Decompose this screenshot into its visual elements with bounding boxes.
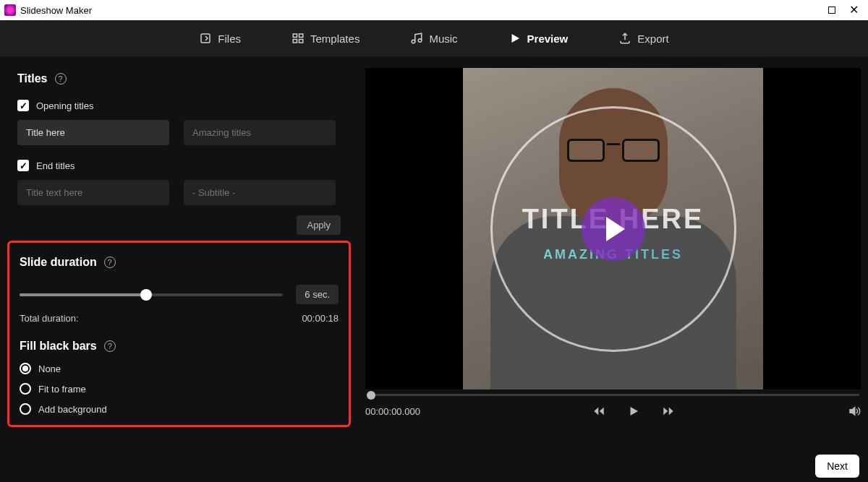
- next-button[interactable]: Next: [815, 455, 859, 478]
- nav-preview[interactable]: Preview: [509, 32, 569, 45]
- svg-rect-4: [299, 40, 303, 43]
- preview-area: TITLE HERE AMAZING TITLES 00:00:00.000 N…: [358, 56, 868, 482]
- slide-duration-title: Slide duration: [20, 256, 97, 269]
- preview-icon: [509, 32, 522, 45]
- nav-export-label: Export: [637, 33, 668, 45]
- svg-rect-1: [293, 34, 297, 38]
- window-maximize-button[interactable]: [826, 4, 838, 16]
- help-icon[interactable]: ?: [104, 340, 116, 352]
- svg-marker-11: [664, 408, 668, 416]
- total-duration-label: Total duration:: [20, 313, 79, 324]
- radio-fit-label: Fit to frame: [38, 384, 86, 395]
- svg-marker-7: [511, 34, 519, 43]
- svg-marker-13: [850, 408, 855, 416]
- apply-button[interactable]: Apply: [297, 215, 341, 235]
- help-icon[interactable]: ?: [55, 73, 67, 85]
- radio-none[interactable]: None: [20, 363, 339, 374]
- window-close-button[interactable]: ✕: [848, 4, 859, 16]
- radio-add-background[interactable]: Add background: [20, 403, 339, 415]
- play-icon: [606, 217, 625, 241]
- total-duration-value: 00:00:18: [302, 313, 339, 324]
- nav-export[interactable]: Export: [618, 32, 668, 45]
- play-icon[interactable]: [627, 405, 640, 418]
- svg-marker-12: [669, 408, 673, 416]
- slide-duration-value: 6 sec.: [296, 285, 339, 304]
- radio-none-label: None: [38, 363, 61, 374]
- nav-templates[interactable]: Templates: [292, 32, 359, 45]
- radio-icon: [20, 383, 31, 395]
- nav-files-label: Files: [218, 33, 241, 45]
- highlighted-settings-panel: Slide duration ? 6 sec. Total duration: …: [7, 241, 351, 427]
- export-icon: [618, 32, 631, 45]
- timeline-thumb[interactable]: [367, 391, 375, 400]
- radio-icon: [20, 403, 31, 415]
- opening-titles-checkbox[interactable]: [17, 100, 29, 111]
- end-titles-checkbox[interactable]: [17, 160, 29, 171]
- nav-files[interactable]: Files: [199, 32, 241, 45]
- svg-rect-0: [201, 34, 210, 43]
- top-navigation: Files Templates Music Preview Export: [0, 20, 868, 56]
- rewind-icon[interactable]: [592, 405, 605, 418]
- svg-marker-10: [631, 407, 639, 416]
- timecode: 00:00:00.000: [365, 406, 420, 417]
- play-button[interactable]: [582, 197, 645, 261]
- radio-fit-to-frame[interactable]: Fit to frame: [20, 383, 339, 395]
- window-title: Slideshow Maker: [20, 5, 92, 16]
- nav-music-label: Music: [429, 33, 457, 45]
- settings-sidebar: Titles ? Opening titles End titles Apply…: [0, 56, 358, 482]
- svg-marker-8: [595, 408, 599, 416]
- opening-titles-label: Opening titles: [36, 100, 94, 111]
- radio-addbg-label: Add background: [38, 404, 107, 415]
- titles-section-title: Titles: [17, 72, 48, 85]
- forward-icon[interactable]: [662, 405, 675, 418]
- volume-icon[interactable]: [848, 405, 861, 418]
- preview-timeline[interactable]: [365, 390, 861, 396]
- fill-black-bars-title: Fill black bars: [20, 340, 97, 353]
- window-titlebar: Slideshow Maker ✕: [0, 0, 868, 20]
- nav-templates-label: Templates: [310, 33, 359, 45]
- end-titles-label: End titles: [36, 160, 75, 171]
- svg-rect-3: [293, 40, 297, 43]
- nav-music[interactable]: Music: [410, 32, 457, 45]
- end-title-input[interactable]: [17, 180, 169, 205]
- templates-icon: [292, 32, 305, 45]
- radio-icon: [20, 363, 31, 374]
- end-subtitle-input[interactable]: [184, 180, 336, 205]
- preview-canvas: TITLE HERE AMAZING TITLES: [365, 68, 861, 390]
- music-icon: [410, 32, 423, 45]
- svg-point-6: [419, 39, 422, 43]
- files-icon: [199, 32, 212, 45]
- help-icon[interactable]: ?: [104, 257, 116, 268]
- nav-preview-label: Preview: [527, 33, 569, 45]
- slide-duration-slider[interactable]: [20, 293, 283, 296]
- svg-rect-2: [299, 34, 303, 38]
- svg-marker-9: [600, 408, 604, 416]
- app-icon: [4, 4, 16, 16]
- slider-thumb[interactable]: [140, 289, 152, 301]
- opening-title-input[interactable]: [17, 120, 169, 145]
- opening-subtitle-input[interactable]: [184, 120, 336, 145]
- svg-point-5: [412, 40, 416, 43]
- preview-photo: TITLE HERE AMAZING TITLES: [463, 68, 763, 390]
